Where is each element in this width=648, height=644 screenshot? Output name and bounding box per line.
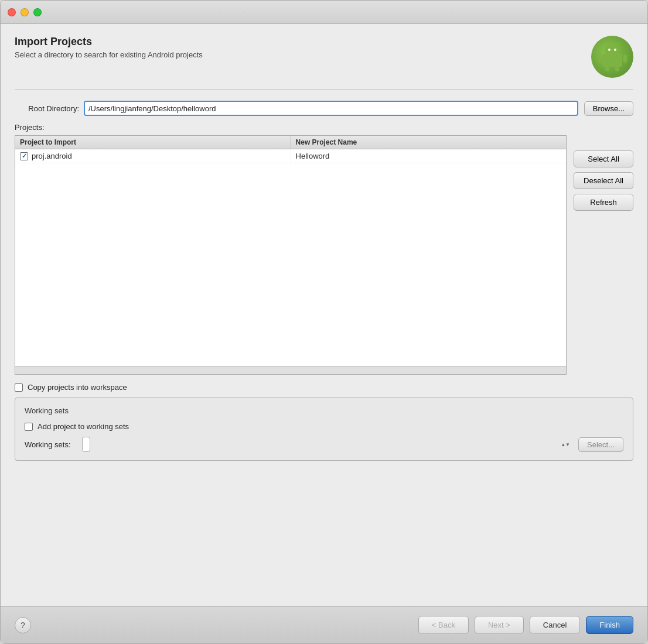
android-logo bbox=[591, 36, 633, 78]
svg-line-5 bbox=[616, 42, 619, 45]
project-name: proj.android bbox=[32, 152, 72, 160]
deselect-all-button[interactable]: Deselect All bbox=[574, 172, 633, 189]
root-directory-input[interactable] bbox=[84, 101, 578, 116]
android-icon bbox=[596, 41, 628, 73]
working-sets-field-label: Working sets: bbox=[25, 440, 77, 449]
svg-rect-9 bbox=[615, 66, 619, 71]
working-sets-select-wrapper bbox=[82, 437, 574, 452]
help-button[interactable]: ? bbox=[15, 617, 31, 633]
svg-rect-7 bbox=[623, 54, 627, 63]
working-sets-select-button[interactable]: Select... bbox=[578, 437, 623, 452]
svg-line-4 bbox=[605, 42, 608, 45]
copy-projects-row: Copy projects into workspace bbox=[15, 383, 633, 392]
working-sets-legend: Working sets bbox=[25, 406, 623, 415]
titlebar bbox=[1, 1, 647, 24]
page-title: Import Projects bbox=[15, 36, 203, 48]
table-row[interactable]: proj.android Helloword bbox=[15, 149, 566, 163]
back-button[interactable]: < Back bbox=[418, 616, 469, 634]
copy-projects-label: Copy projects into workspace bbox=[28, 383, 127, 392]
side-buttons: Select All Deselect All Refresh bbox=[574, 135, 633, 375]
svg-point-2 bbox=[608, 49, 611, 51]
projects-area: Project to Import New Project Name proj.… bbox=[15, 135, 633, 375]
bottom-bar: ? < Back Next > Cancel Finish bbox=[1, 606, 647, 643]
copy-projects-checkbox[interactable] bbox=[15, 383, 23, 392]
maximize-button[interactable] bbox=[33, 8, 42, 16]
main-content: Import Projects Select a directory to se… bbox=[1, 24, 647, 606]
add-to-working-sets-row: Add project to working sets bbox=[25, 422, 623, 431]
row-checkbox[interactable] bbox=[20, 152, 28, 160]
projects-table: Project to Import New Project Name proj.… bbox=[15, 135, 567, 375]
cancel-button[interactable]: Cancel bbox=[530, 616, 580, 634]
projects-label: Projects: bbox=[15, 123, 633, 132]
window: Import Projects Select a directory to se… bbox=[0, 0, 648, 644]
horizontal-scrollbar[interactable] bbox=[15, 366, 566, 374]
working-sets-group: Working sets Add project to working sets… bbox=[15, 398, 633, 461]
header: Import Projects Select a directory to se… bbox=[15, 36, 633, 78]
divider bbox=[15, 90, 633, 90]
new-project-name: Helloword bbox=[296, 152, 330, 160]
cell-new-name: Helloword bbox=[291, 149, 567, 163]
minimize-button[interactable] bbox=[21, 8, 29, 16]
col-new-project-name: New Project Name bbox=[291, 136, 567, 149]
add-working-sets-checkbox[interactable] bbox=[25, 423, 33, 431]
browse-button[interactable]: Browse... bbox=[584, 101, 633, 116]
close-button[interactable] bbox=[8, 8, 16, 16]
svg-point-3 bbox=[614, 49, 616, 51]
table-header: Project to Import New Project Name bbox=[15, 136, 566, 149]
root-directory-row: Root Directory: Browse... bbox=[15, 101, 633, 116]
working-sets-select[interactable] bbox=[82, 437, 90, 452]
cell-project[interactable]: proj.android bbox=[15, 149, 291, 163]
svg-point-1 bbox=[605, 44, 620, 56]
help-icon: ? bbox=[21, 621, 25, 630]
svg-rect-6 bbox=[598, 54, 601, 63]
next-button[interactable]: Next > bbox=[475, 616, 524, 634]
page-subtitle: Select a directory to search for existin… bbox=[15, 50, 203, 59]
col-project-to-import: Project to Import bbox=[15, 136, 291, 149]
table-body[interactable]: proj.android Helloword bbox=[15, 149, 566, 366]
refresh-button[interactable]: Refresh bbox=[574, 194, 633, 211]
select-all-button[interactable]: Select All bbox=[574, 150, 633, 167]
working-sets-field-row: Working sets: Select... bbox=[25, 437, 623, 452]
header-text: Import Projects Select a directory to se… bbox=[15, 36, 203, 59]
root-directory-label: Root Directory: bbox=[15, 104, 79, 113]
svg-rect-8 bbox=[605, 66, 609, 71]
finish-button[interactable]: Finish bbox=[586, 616, 633, 634]
add-working-sets-label: Add project to working sets bbox=[37, 422, 129, 431]
